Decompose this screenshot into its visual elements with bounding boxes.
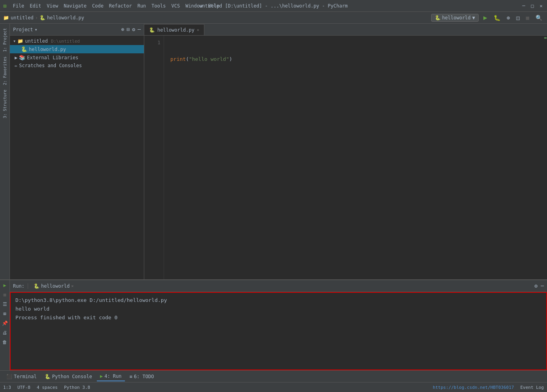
sidebar-item-favorites[interactable]: 2: Favorites (1, 54, 9, 87)
python-file-icon: 🐍 (40, 15, 45, 21)
tab-run[interactable]: ▶ 4: Run (97, 372, 125, 381)
sidebar-item-structure[interactable]: 3: Structure (1, 87, 9, 121)
toolbar-right: 🐍 helloworld ▼ ▶ 🐛 ⊕ ◫ ■ 🔍 (431, 13, 544, 22)
run-minimize-icon[interactable]: ─ (541, 283, 544, 289)
breadcrumb-file[interactable]: helloworld.py (47, 15, 84, 21)
tab-helloworld[interactable]: 🐍 helloworld.py ✕ (144, 24, 204, 35)
stop-button[interactable]: ■ (524, 14, 531, 22)
run-tab-label: helloworld (41, 283, 70, 289)
menu-tools[interactable]: Tools (149, 2, 168, 9)
sidebar-item-project[interactable]: 1: Project (1, 26, 9, 54)
run-settings-icon[interactable]: ⚙ (534, 283, 538, 289)
run-tab-close-icon[interactable]: ✕ (71, 284, 74, 288)
menu-edit[interactable]: Edit (27, 2, 43, 9)
title-bar-controls: ─ □ ✕ (521, 3, 544, 9)
project-panel: Project ▾ ⊕ ⊟ ⚙ ─ ▾ 📁 untitled (10, 24, 144, 279)
run-tab-icon: 🐍 (34, 283, 40, 289)
left-vertical-tabs: 1: Project 2: Favorites 3: Structure (0, 24, 10, 279)
code-line-1: print("hello world") (170, 55, 538, 64)
tree-root-folder[interactable]: ▾ 📁 untitled D:\untitled (10, 37, 144, 45)
python-console-label: Python Console (52, 374, 92, 379)
app-icon: ⊞ (3, 3, 6, 9)
folder-icon: 📁 (3, 15, 9, 21)
menu-run[interactable]: Run (135, 2, 149, 9)
tree-file-helloworld[interactable]: 🐍 helloworld.py (10, 45, 144, 53)
line-number-1: 1 (147, 39, 160, 47)
panel-hide-icon[interactable]: ─ (138, 26, 141, 32)
tab-icon: 🐍 (149, 27, 155, 33)
panel-add-icon[interactable]: ⊕ (121, 26, 124, 32)
code-string: "hello world" (189, 55, 229, 64)
title-bar: ⊞ File Edit View Navigate Code Refactor … (0, 0, 547, 12)
run-config-dropdown[interactable]: ▼ (472, 15, 475, 21)
content-area: 1: Project 2: Favorites 3: Structure Pro… (0, 24, 547, 370)
status-event-log[interactable]: Event Log (520, 385, 544, 390)
panel-settings-icon[interactable]: ⚙ (132, 26, 135, 32)
file-icon: 🐍 (21, 46, 27, 52)
main-split: 1: Project 2: Favorites 3: Structure Pro… (0, 24, 547, 279)
run-label: Run: (13, 283, 28, 289)
code-func: print (170, 55, 186, 64)
panel-layout-icon[interactable]: ⊟ (127, 26, 130, 32)
root-folder-icon: 📁 (17, 38, 23, 44)
code-area[interactable]: print("hello world") (164, 36, 544, 279)
run-configuration[interactable]: 🐍 helloworld ▼ (431, 14, 479, 22)
run-button[interactable]: ▶ (482, 13, 489, 22)
run-pin-icon[interactable]: 📌 (1, 320, 9, 327)
debug-button[interactable]: 🐛 (492, 14, 502, 22)
scratches-icon: ✏️ (15, 63, 17, 68)
panel-dropdown-icon[interactable]: ▾ (35, 27, 38, 32)
menu-navigate[interactable]: Navigate (61, 2, 89, 9)
close-button[interactable]: ✕ (538, 3, 544, 9)
run-stop-icon[interactable]: ■ (2, 291, 7, 298)
menu-file[interactable]: File (10, 2, 26, 9)
run-tab-helloworld[interactable]: 🐍 helloworld ✕ (31, 282, 76, 290)
run-tab-label-bottom: 4: Run (104, 373, 121, 379)
coverage-button[interactable]: ⊕ (505, 14, 511, 22)
menu-view[interactable]: View (44, 2, 60, 9)
tab-python-console[interactable]: 🐍 Python Console (41, 372, 95, 381)
editor-content: 1 print("hello world") (144, 36, 547, 279)
minimize-button[interactable]: ─ (521, 3, 526, 9)
profile-button[interactable]: ◫ (515, 14, 521, 22)
run-trash-icon[interactable]: 🗑 (2, 339, 8, 346)
run-menu-icon[interactable]: ☰ (2, 301, 8, 308)
output-line-1: D:\python3.8\python.exe D:/untitled/hell… (15, 296, 541, 305)
tab-todo[interactable]: ≡ 6: TODO (126, 372, 157, 381)
window-title: untitled [D:\untitled] - ...\helloworld.… (199, 3, 348, 9)
project-panel-title: Project ▾ (13, 27, 38, 32)
run-panel-actions: ⚙ ─ (534, 283, 544, 289)
terminal-label: Terminal (14, 374, 37, 379)
output-line-4: Process finished with exit code 0 (15, 313, 541, 322)
tree-scratches[interactable]: ✏️ Scratches and Consoles (10, 62, 144, 70)
status-encoding: UTF-8 (17, 385, 30, 390)
menu-refactor[interactable]: Refactor (107, 2, 134, 9)
run-print-icon[interactable]: 🖨 (2, 329, 8, 336)
maximize-button[interactable]: □ (530, 3, 535, 9)
tab-terminal[interactable]: ⬛ Terminal (3, 372, 40, 381)
breadcrumb-project[interactable]: untitled (11, 15, 34, 21)
code-paren-close: ) (229, 55, 232, 64)
todo-icon: ≡ (130, 374, 132, 379)
menu-items: File Edit View Navigate Code Refactor Ru… (10, 2, 222, 9)
run-panel: ▶ ■ ☰ ⊞ 📌 🖨 🗑 Run: 🐍 helloworld ✕ (0, 279, 547, 370)
status-position: 1:3 (3, 385, 11, 390)
title-bar-left: ⊞ File Edit View Navigate Code Refactor … (3, 2, 222, 9)
project-title-text: Project (13, 27, 33, 32)
status-python: Python 3.8 (64, 385, 90, 390)
search-everywhere-button[interactable]: 🔍 (534, 14, 544, 22)
run-tools-left: ▶ ■ ☰ ⊞ 📌 🖨 🗑 (0, 280, 10, 370)
tab-label: helloworld.py (157, 27, 194, 33)
tab-close-icon[interactable]: ✕ (197, 28, 199, 32)
ext-lib-arrow-icon: ▶ (15, 55, 17, 60)
menu-code[interactable]: Code (90, 2, 106, 9)
menu-vcs[interactable]: VCS (169, 2, 182, 9)
breadcrumb: 📁 untitled › 🐍 helloworld.py (3, 15, 84, 21)
panel-header-actions: ⊕ ⊟ ⚙ ─ (121, 26, 141, 32)
run-green-icon[interactable]: ▶ (2, 282, 7, 289)
tree-external-libraries[interactable]: ▶ 📚 External Libraries (10, 53, 144, 62)
gutter-marker (544, 37, 547, 39)
status-url[interactable]: https://blog.csdn.net/HBT036017 (433, 385, 514, 390)
run-layout-icon[interactable]: ⊞ (2, 310, 7, 317)
app-wrapper: ⊞ File Edit View Navigate Code Refactor … (0, 0, 547, 392)
